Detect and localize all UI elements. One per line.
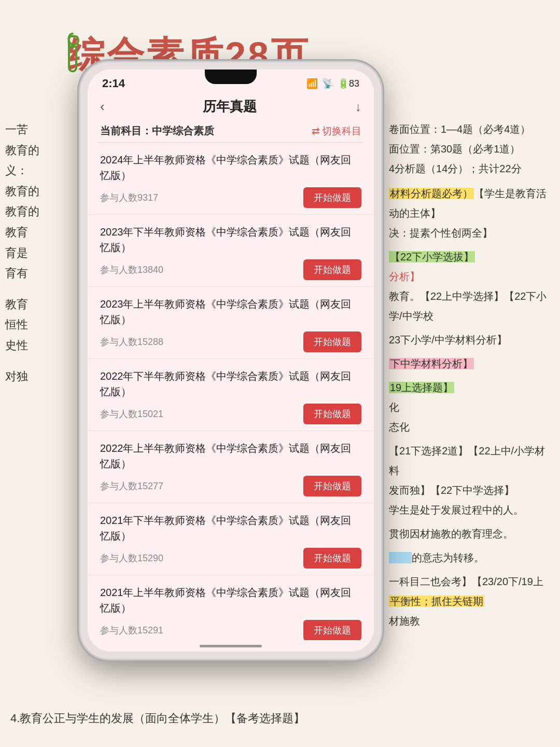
switch-icon: ⇄ [312,125,320,137]
exam-item[interactable]: 2022年下半年教师资格《中学综合素质》试题（网友回忆版）参与人数15021开始… [88,359,374,431]
start-exam-button[interactable]: 开始做题 [303,187,361,208]
exam-participants: 参与人数15021 [100,408,163,420]
exam-participants: 参与人数15290 [100,552,163,564]
nav-bar: ‹ 历年真题 ↓ [88,93,374,121]
start-exam-button[interactable]: 开始做题 [303,331,361,352]
home-indicator [88,640,374,652]
exam-participants: 参与人数9317 [100,191,158,204]
exam-participants: 参与人数15291 [100,624,163,637]
exam-participants: 参与人数15277 [100,480,163,492]
camera-notch [205,70,257,84]
exam-title: 2022年上半年教师资格《中学综合素质》试题（网友回忆版） [100,440,361,472]
paperclip-icon [65,31,80,78]
start-exam-button[interactable]: 开始做题 [303,259,361,280]
back-button[interactable]: ‹ [100,99,105,115]
exam-item[interactable]: 2021年上半年教师资格《中学综合素质》试题（网友回忆版）参与人数15291开始… [88,575,374,640]
switch-subject-button[interactable]: ⇄ 切换科目 [312,125,361,138]
exam-title: 2021年下半年教师资格《中学综合素质》试题（网友回忆版） [100,513,361,544]
start-exam-button[interactable]: 开始做题 [303,548,361,569]
exam-footer: 参与人数13840开始做题 [100,259,361,280]
exam-title: 2021年上半年教师资格《中学综合素质》试题（网友回忆版） [100,585,361,616]
home-bar [200,645,262,647]
status-icons: 📶 📡 🔋83 [306,78,359,89]
bg-bottom-text: 4.教育公正与学生的发展（面向全体学生）【备考选择题】 [0,706,560,731]
exam-item[interactable]: 2023年下半年教师资格《中学综合素质》试题（网友回忆版）参与人数13840开始… [88,215,374,287]
exam-participants: 参与人数13840 [100,264,163,276]
phone-wrapper: 2:14 📶 📡 🔋83 ‹ 历年真题 ↓ 当前科目：中学综合素质 [80,62,381,659]
exam-footer: 参与人数15291开始做题 [100,620,361,640]
phone-frame: 2:14 📶 📡 🔋83 ‹ 历年真题 ↓ 当前科目：中学综合素质 [80,62,381,659]
exam-footer: 参与人数15290开始做题 [100,548,361,569]
exam-item[interactable]: 2024年上半年教师资格《中学综合素质》试题（网友回忆版）参与人数9317开始做… [88,143,374,215]
subject-bar: 当前科目：中学综合素质 ⇄ 切换科目 [88,121,374,142]
bg-right-text: 卷面位置：1—4题（必考4道） 面位置：第30题（必考1道） 4分析题（14分）… [384,114,560,636]
phone-screen: 2:14 📶 📡 🔋83 ‹ 历年真题 ↓ 当前科目：中学综合素质 [88,70,374,652]
page-title: 历年真题 [203,98,257,116]
exam-item[interactable]: 2023年上半年教师资格《中学综合素质》试题（网友回忆版）参与人数15288开始… [88,287,374,359]
exam-participants: 参与人数15288 [100,336,163,348]
exam-footer: 参与人数15288开始做题 [100,331,361,352]
signal-icon: 📶 [306,78,318,89]
start-exam-button[interactable]: 开始做题 [303,476,361,496]
exam-footer: 参与人数9317开始做题 [100,187,361,208]
wifi-icon: 📡 [322,78,333,89]
exam-title: 2022年下半年教师资格《中学综合素质》试题（网友回忆版） [100,368,361,399]
exam-item[interactable]: 2021年下半年教师资格《中学综合素质》试题（网友回忆版）参与人数15290开始… [88,503,374,575]
status-time: 2:14 [102,77,125,90]
exam-title: 2024年上半年教师资格《中学综合素质》试题（网友回忆版） [100,152,361,183]
exam-item[interactable]: 2022年上半年教师资格《中学综合素质》试题（网友回忆版）参与人数15277开始… [88,431,374,503]
exam-title: 2023年上半年教师资格《中学综合素质》试题（网友回忆版） [100,296,361,327]
download-button[interactable]: ↓ [355,100,361,114]
switch-subject-label: 切换科目 [322,125,361,138]
start-exam-button[interactable]: 开始做题 [303,404,361,424]
start-exam-button[interactable]: 开始做题 [303,620,361,640]
exam-title: 2023年下半年教师资格《中学综合素质》试题（网友回忆版） [100,224,361,255]
exam-footer: 参与人数15021开始做题 [100,404,361,424]
exam-list[interactable]: 2024年上半年教师资格《中学综合素质》试题（网友回忆版）参与人数9317开始做… [88,143,374,640]
battery-icon: 🔋83 [338,78,359,89]
subject-label: 当前科目：中学综合素质 [100,124,214,138]
exam-footer: 参与人数15277开始做题 [100,476,361,496]
